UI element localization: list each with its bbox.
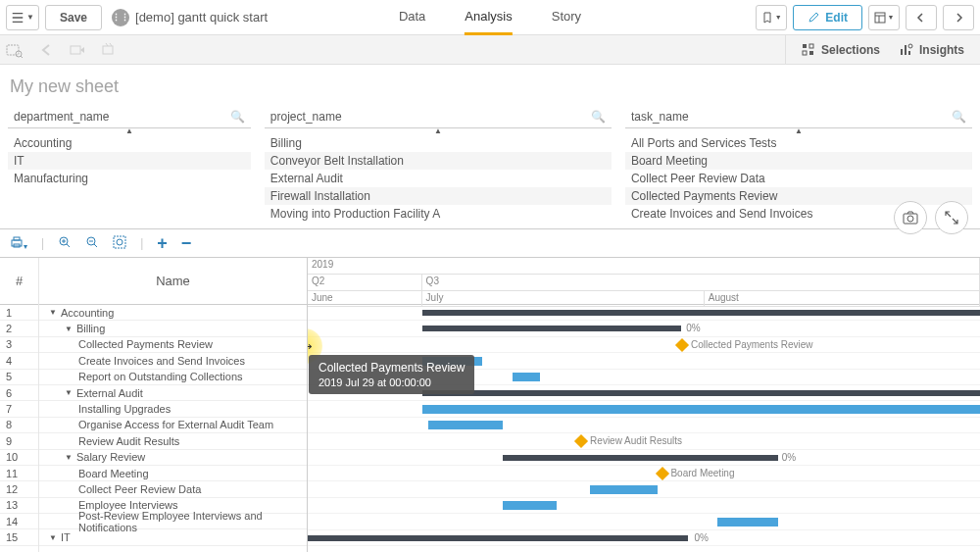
search-icon[interactable]: 🔍 — [952, 110, 966, 124]
sheet-title: My new sheet — [0, 65, 980, 105]
bar-employee-interviews[interactable] — [503, 501, 557, 510]
expander-icon[interactable]: ▼ — [49, 533, 57, 542]
zoom-in-button[interactable] — [58, 235, 72, 252]
insights-label: Insights — [919, 43, 964, 57]
selections-button[interactable]: Selections — [802, 43, 880, 57]
milestone-collected[interactable] — [675, 338, 689, 352]
row-name-text: Board Meeting — [78, 468, 149, 479]
svg-rect-4 — [103, 46, 113, 54]
expander-icon[interactable]: ▼ — [65, 388, 73, 397]
row-name[interactable]: Board Meeting — [39, 466, 307, 481]
time-year: 2019 — [308, 258, 980, 274]
milestone-label: Review Audit Results — [590, 435, 682, 446]
row-number: 15 — [0, 529, 38, 545]
filter-department: department_name 🔍 ▲ AccountingITManufact… — [8, 105, 251, 223]
print-button[interactable]: ▾ — [10, 235, 27, 252]
filter-item[interactable]: Billing — [265, 134, 612, 152]
filter-project-header[interactable]: project_name 🔍 — [265, 105, 612, 128]
row-name[interactable]: Review Audit Results — [39, 433, 307, 449]
row-name-text: Accounting — [61, 307, 114, 319]
milestone-board[interactable] — [656, 467, 669, 480]
row-name-text: Post-Review Employee Interviews and Noti… — [78, 510, 303, 533]
row-name[interactable]: Create Invoices and Send Invoices — [39, 353, 307, 369]
filter-item[interactable]: Collect Peer Review Data — [625, 170, 972, 187]
row-name-text: Collected Payments Review — [78, 338, 213, 350]
row-name[interactable]: Report on Outstanding Collections — [39, 370, 307, 385]
row-name[interactable]: Collect Peer Review Data — [39, 481, 307, 497]
row-name-text: IT — [61, 531, 71, 543]
search-icon[interactable]: 🔍 — [591, 110, 606, 124]
row-name-text: External Audit — [76, 387, 143, 399]
gantt-timeline[interactable]: 2019 Q2 Q3 June July August 0% Collected… — [308, 258, 980, 552]
filter-department-header[interactable]: department_name 🔍 — [8, 105, 251, 128]
filter-item[interactable]: Board Meeting — [625, 152, 972, 170]
filter-item[interactable]: Conveyor Belt Installation — [265, 152, 612, 170]
expander-icon[interactable]: ▼ — [65, 453, 73, 462]
menu-button[interactable]: ▼ — [6, 5, 39, 30]
save-button[interactable]: Save — [45, 5, 102, 30]
bar-organise-access[interactable] — [428, 421, 502, 429]
filter-item[interactable]: Moving into Production Facility A — [265, 205, 612, 223]
clear-all-icon[interactable] — [100, 41, 118, 59]
bar-report-collections[interactable] — [513, 373, 539, 381]
row-name[interactable]: ▼External Audit — [39, 385, 307, 401]
bar-it-summary[interactable] — [308, 535, 688, 541]
row-name[interactable]: Post-Review Employee Interviews and Noti… — [39, 514, 307, 529]
filter-item[interactable]: Accounting — [8, 134, 251, 152]
insights-button[interactable]: Insights — [900, 43, 964, 57]
filter-item[interactable]: Firewall Installation — [265, 187, 612, 205]
sheets-button[interactable]: ▼ — [868, 5, 900, 30]
pencil-icon — [808, 12, 819, 24]
time-q2: Q2 — [308, 275, 422, 290]
row-name[interactable]: Collected Payments Review — [39, 337, 307, 353]
bar-collect-peer[interactable] — [590, 485, 658, 494]
row-name[interactable]: ▼Accounting — [39, 305, 307, 321]
row-name[interactable]: ▼Billing — [39, 321, 307, 336]
smart-search-icon[interactable] — [6, 41, 24, 59]
bar-installing-upgrades[interactable] — [422, 405, 980, 414]
time-june: June — [308, 291, 422, 306]
bar-post-review[interactable] — [717, 518, 778, 527]
bar-billing-summary[interactable] — [422, 326, 681, 331]
tab-analysis[interactable]: Analysis — [465, 0, 512, 35]
tab-data[interactable]: Data — [399, 0, 425, 35]
col-num-header: # — [0, 258, 38, 305]
bar-accounting-summary[interactable] — [422, 310, 980, 316]
row-name[interactable] — [39, 546, 307, 552]
prev-sheet-button[interactable] — [906, 5, 937, 30]
filter-item[interactable]: External Audit — [265, 170, 612, 187]
expander-icon[interactable]: ▼ — [49, 308, 57, 317]
search-icon[interactable]: 🔍 — [230, 110, 245, 124]
fullscreen-button[interactable] — [935, 201, 968, 234]
edit-button[interactable]: Edit — [793, 5, 862, 30]
row-name[interactable]: Installing Upgrades — [39, 401, 307, 417]
add-button[interactable]: + — [157, 233, 168, 254]
expander-icon[interactable]: ▼ — [65, 325, 73, 333]
bookmark-button[interactable]: ▼ — [756, 5, 787, 30]
filter-item[interactable]: Collected Payments Review — [625, 187, 972, 205]
filter-item[interactable]: Manufacturing — [8, 170, 251, 187]
filter-item[interactable]: All Ports and Services Tests — [625, 134, 972, 152]
bar-salary-summary[interactable] — [503, 455, 778, 461]
snapshot-button[interactable] — [894, 201, 927, 234]
expand-icon — [945, 211, 958, 225]
zoom-out-button[interactable] — [85, 235, 99, 252]
step-back-icon[interactable] — [37, 41, 55, 59]
chevron-left-icon — [916, 13, 926, 23]
row-name[interactable]: Organise Access for External Audit Team — [39, 418, 307, 433]
filter-item[interactable]: IT — [8, 152, 251, 170]
bar-external-audit-summary[interactable] — [422, 390, 980, 396]
row-number: 8 — [0, 418, 38, 433]
tab-story[interactable]: Story — [552, 0, 581, 35]
tooltip-title: Collected Payments Review — [318, 361, 465, 375]
svg-rect-17 — [114, 236, 125, 248]
row-name[interactable]: ▼Salary Review — [39, 450, 307, 466]
milestone-review-audit[interactable] — [574, 434, 588, 448]
remove-button[interactable]: − — [181, 233, 192, 254]
step-fwd-icon[interactable] — [69, 41, 86, 59]
filter-task-header[interactable]: task_name 🔍 — [625, 105, 972, 128]
row-number: 10 — [0, 450, 38, 466]
zoom-fit-button[interactable] — [113, 235, 126, 252]
row-number: 4 — [0, 353, 38, 369]
next-sheet-button[interactable] — [943, 5, 974, 30]
